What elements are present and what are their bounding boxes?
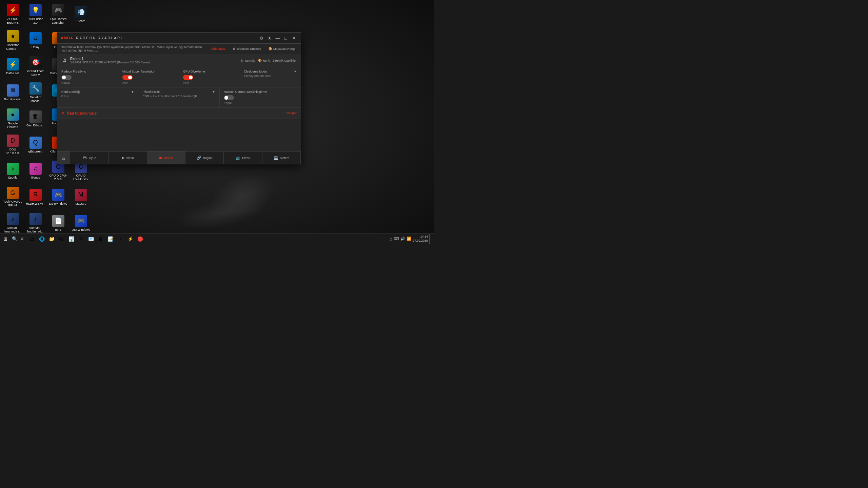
gpu-value: Açık xyxy=(183,81,236,84)
gpu-toggle[interactable] xyxy=(183,75,193,80)
desktop-icon-12[interactable]: 🖥 Bu bilgisayar xyxy=(2,80,24,105)
vsr-toggle-dot xyxy=(128,76,132,79)
desktop-icon-34[interactable]: 📄 no.1 xyxy=(47,210,69,236)
play-icon: ▶ xyxy=(122,156,124,160)
desktop-icon-30[interactable]: 🎮 DS4Windows xyxy=(47,184,69,210)
desktop-icon-8[interactable]: ⚡ Battle.net xyxy=(2,54,24,79)
desktop-icon-4[interactable]: ★ Rockstar Games ... xyxy=(2,28,24,53)
icon-label-5: Uplay xyxy=(32,45,39,49)
more-link[interactable]: daha fazla... xyxy=(211,47,227,50)
renk-icon: 🎨 xyxy=(258,59,262,62)
icon-img-1: 💡 xyxy=(29,4,42,16)
minimize-button[interactable]: — xyxy=(274,35,281,41)
piksel-value: RGB 4:4:4 Pixel Format PC Standard (Fu..… xyxy=(142,95,215,98)
desktop-icon-24[interactable]: ♪ Spotify xyxy=(2,158,24,184)
settings-grid-row2: Renk Derinliği ▼ 8 bpc Piksel Biçimi ▼ R… xyxy=(57,87,301,108)
desktop-icon-17[interactable]: 🗑 Geri Dönüş... xyxy=(24,106,46,131)
desktop-icon-5[interactable]: U Uplay xyxy=(24,28,46,53)
desktop-icon-20[interactable]: D DDU v18.0.1.8 xyxy=(2,132,24,158)
icon-label-12: Bu bilgisayar xyxy=(4,98,22,101)
settings-icon-btn[interactable]: ⚙ xyxy=(258,35,265,41)
taskbar-app-store[interactable]: 🛍 xyxy=(57,234,66,244)
desktop-icon-33[interactable]: ♪ teoman - bugün red... xyxy=(24,210,46,236)
volume-icon[interactable]: 🔊 xyxy=(400,237,405,241)
icon-label-3: Steam xyxy=(76,19,85,23)
desktop-icon-2[interactable]: 🎮 Epic Games Launcher xyxy=(47,2,69,27)
icon-img-30: 🎮 xyxy=(52,189,64,201)
taskbar-app-word[interactable]: 📝 xyxy=(106,234,115,244)
freesync-toggle[interactable] xyxy=(61,75,72,80)
favorite-icon-btn[interactable]: ★ xyxy=(266,35,273,41)
icon-img-2: 🎮 xyxy=(52,4,64,16)
taskbar-app-red[interactable]: 🔴 xyxy=(135,234,145,244)
piksel-label: Piksel Biçimi xyxy=(142,90,160,94)
desktop-icon-32[interactable]: ♪ teoman - limanında r... xyxy=(2,210,24,236)
taskbar-app-onenote[interactable]: N xyxy=(76,234,86,244)
desktop-icon-9[interactable]: 🎯 Grand Theft Auto V xyxy=(24,54,46,79)
network-icon[interactable]: 📶 xyxy=(407,237,411,241)
desktop-icon-16[interactable]: ● Google Chrome xyxy=(2,106,24,131)
task-view-button[interactable]: ⧉ xyxy=(18,233,26,244)
taskbar-app-amd[interactable]: ⚡ xyxy=(125,234,135,244)
taskbar-clock[interactable]: 14:14 27.09.2019 xyxy=(413,235,428,243)
icon-label-29: RLDR.2.6.WT xyxy=(26,202,45,206)
icon-label-1: RGBFusion 2.0 xyxy=(26,17,45,25)
taskbar-app-outlook[interactable]: 📧 xyxy=(86,234,96,244)
desktop-icon-28[interactable]: G TechPowerUp GPU-Z xyxy=(2,184,24,210)
teknik-btn[interactable]: ℹ Teknik Özellikler xyxy=(273,59,297,62)
desktop-icon-3[interactable]: 💨 Steam xyxy=(70,2,92,27)
maximize-button[interactable]: □ xyxy=(282,35,289,41)
desktop-icon-21[interactable]: Q qBittorrent xyxy=(24,132,46,158)
nav-tab-ekran[interactable]: 📺 Ekran xyxy=(224,151,262,164)
taskbar-pinned-apps: 🗂 🌐 📁 🛍 📊 N 📧 🖥 📝 ♪ ⚡ 🔴 xyxy=(26,234,146,244)
nav-tab-oyun[interactable]: 🎮 Oyun xyxy=(70,151,108,164)
vsr-toggle[interactable] xyxy=(122,75,133,80)
desktop-icon-25[interactable]: ♫ iTunes xyxy=(24,158,46,184)
taskbar-app-excel[interactable]: 📊 xyxy=(66,234,76,244)
desktop: ⚡ AORUS ENGINE 💡 RGBFusion 2.0 🎮 Epic Ga… xyxy=(0,0,434,244)
icon-img-9: 🎯 xyxy=(29,56,42,68)
goruntu-cell: Radeon Görüntü Keskinleştirme Kapalı xyxy=(220,87,301,107)
icon-img-25: ♫ xyxy=(29,163,42,175)
tanimla-btn[interactable]: 🖱 Tanımla xyxy=(240,59,255,62)
close-button[interactable]: ✕ xyxy=(291,35,297,41)
renk-btn[interactable]: 🎨 Renk xyxy=(258,59,270,62)
ekran-info: Ekran: 1 XG2401 SERIES, DISPLAYPORT (Rad… xyxy=(70,57,150,64)
monitor-screen-icon: 🖥 xyxy=(61,58,67,64)
ekranlar-dzenle-btn[interactable]: 🖥 Ekranları Düzenle xyxy=(231,46,263,51)
taskbar: ⊞ 🔍 ⧉ 🗂 🌐 📁 🛍 📊 N 📧 🖥 📝 ♪ ⚡ 🔴 △ ⌨ 🔊 📶 14… xyxy=(0,233,434,244)
desktop-icon-29[interactable]: R RLDR.2.6.WT xyxy=(24,184,46,210)
goruntu-toggle[interactable] xyxy=(224,95,234,100)
show-desktop-btn[interactable] xyxy=(429,234,431,244)
nav-tab-relive[interactable]: ⏺ ReLive xyxy=(147,151,185,164)
taskbar-app-fileexplorer[interactable]: 🗂 xyxy=(27,234,37,244)
nav-tab-baglan[interactable]: 🔗 Bağlan xyxy=(185,151,224,164)
nav-tab-sistem[interactable]: 💻 Sistem xyxy=(262,151,301,164)
clock-date: 27.09.2019 xyxy=(413,239,428,243)
taskbar-app-spotify2[interactable]: ♪ xyxy=(116,234,125,244)
ozel-icon: ≡ xyxy=(61,110,64,116)
search-button[interactable]: 🔍 xyxy=(11,233,18,244)
ozel-add-btn[interactable]: + Oluştur xyxy=(284,111,297,115)
icon-img-4: ★ xyxy=(7,30,19,42)
desktop-icon-35[interactable]: 🎮 DS4Windows xyxy=(70,210,92,236)
keyboard-icon[interactable]: ⌨ xyxy=(394,237,399,241)
sistem-icon: 💻 xyxy=(274,156,278,160)
taskbar-app-edge[interactable]: 🌐 xyxy=(37,234,46,244)
desktop-icon-0[interactable]: ⚡ AORUS ENGINE xyxy=(2,2,24,27)
taskbar-app-folder[interactable]: 📁 xyxy=(47,234,56,244)
desktop-icon-1[interactable]: 💡 RGBFusion 2.0 xyxy=(24,2,46,27)
desktop-icon-31[interactable]: M Maestro xyxy=(70,184,92,210)
nav-home-btn[interactable]: ⌂ xyxy=(57,151,70,164)
icon-label-4: Rockstar Games ... xyxy=(3,43,22,51)
taskbar-app-powerpoint[interactable]: 🖥 xyxy=(96,234,105,244)
start-button[interactable]: ⊞ xyxy=(0,233,11,244)
window-controls: ⚙ ★ — □ ✕ xyxy=(258,35,297,41)
masaustu-rengi-btn[interactable]: 🎨 Masaüstü Rengi xyxy=(267,46,297,51)
nav-tab-video[interactable]: ▶ Video xyxy=(108,151,147,164)
notification-icon[interactable]: △ xyxy=(390,237,392,241)
ozel-title: Özel Çözünürlükler xyxy=(67,111,281,115)
desktop-icon-13[interactable]: 🔧 Denetim Masası xyxy=(24,80,46,105)
piksel-bicimi-cell: Piksel Biçimi ▼ RGB 4:4:4 Pixel Format P… xyxy=(138,87,219,107)
icon-label-25: iTunes xyxy=(31,176,40,180)
